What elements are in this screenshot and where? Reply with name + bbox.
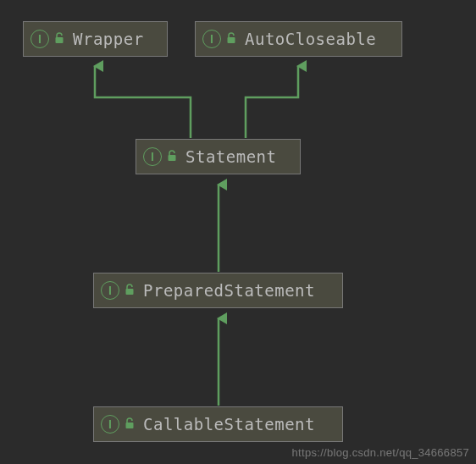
lock-icon	[226, 32, 236, 47]
lock-icon	[167, 150, 177, 164]
lock-icon	[125, 417, 135, 432]
class-node-wrapper[interactable]: I Wrapper	[23, 21, 168, 57]
interface-icon: I	[101, 415, 119, 434]
class-label: Statement	[185, 147, 276, 166]
svg-rect-1	[228, 37, 235, 43]
class-label: Wrapper	[73, 30, 144, 48]
interface-icon: I	[143, 147, 162, 166]
interface-icon: I	[202, 30, 221, 48]
svg-rect-2	[169, 155, 176, 161]
class-node-callablestatement[interactable]: I CallableStatement	[93, 406, 343, 442]
svg-rect-3	[126, 289, 134, 295]
lock-icon	[125, 284, 135, 298]
watermark-text: https://blog.csdn.net/qq_34666857	[292, 446, 469, 459]
class-label: PreparedStatement	[143, 281, 315, 300]
class-node-statement[interactable]: I Statement	[136, 139, 301, 174]
class-label: CallableStatement	[143, 415, 315, 434]
interface-icon: I	[101, 281, 119, 300]
svg-rect-4	[126, 423, 134, 428]
lock-icon	[54, 32, 64, 47]
connector-lines	[0, 0, 476, 464]
class-node-autocloseable[interactable]: I AutoCloseable	[195, 21, 402, 57]
interface-icon: I	[30, 30, 49, 48]
class-node-preparedstatement[interactable]: I PreparedStatement	[93, 273, 343, 308]
class-label: AutoCloseable	[245, 30, 376, 48]
svg-rect-0	[56, 37, 64, 43]
